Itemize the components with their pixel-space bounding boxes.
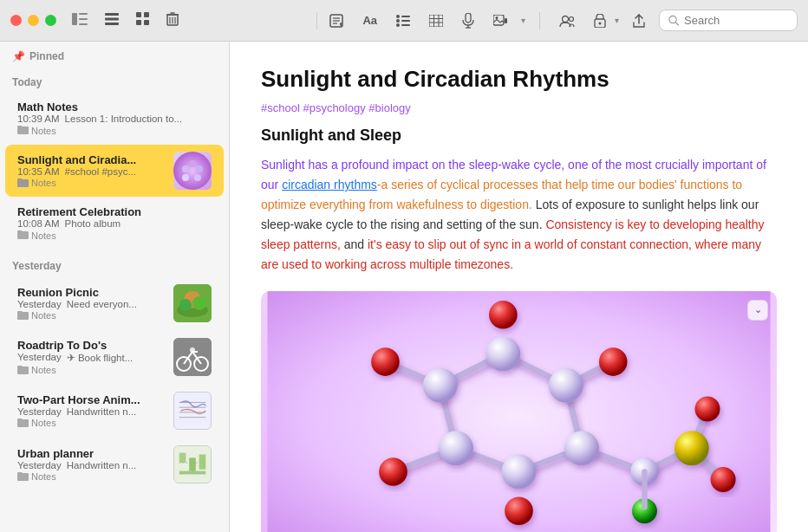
svg-rect-10 (144, 20, 149, 25)
svg-rect-32 (466, 13, 471, 23)
svg-point-49 (182, 165, 189, 172)
note-item-urban-planner[interactable]: Urban planner Yesterday Handwritten n...… (5, 438, 224, 490)
trash-icon[interactable] (163, 9, 182, 33)
note-section-title: Sunlight and Sleep (261, 127, 777, 145)
sidebar: 📌 Pinned Today Math Notes 10:39 AM Lesso… (0, 42, 230, 532)
svg-point-21 (396, 15, 400, 18)
svg-point-100 (695, 396, 720, 421)
svg-point-91 (439, 431, 473, 465)
collaboration-button[interactable] (554, 11, 580, 30)
maximize-button[interactable] (45, 15, 56, 26)
folder-icon (17, 230, 29, 241)
note-content: Urban planner Yesterday Handwritten n...… (17, 447, 166, 483)
note-item-sunlight[interactable]: Sunlight and Ciradia... 10:35 AM #school… (5, 145, 224, 197)
note-content: Two-Part Horse Anim... Yesterday Handwri… (17, 393, 166, 429)
note-item-math-notes[interactable]: Math Notes 10:39 AM Lesson 1: Introducti… (5, 94, 224, 143)
note-thumbnail-handwritten1 (173, 392, 212, 430)
svg-rect-37 (505, 18, 507, 23)
window-controls (10, 15, 56, 26)
image-collapse-button[interactable]: ⌄ (747, 300, 768, 321)
svg-rect-0 (72, 13, 77, 25)
note-content: Sunlight and Ciradia... 10:35 AM #school… (17, 153, 166, 189)
text-normal-2: and (341, 237, 368, 251)
svg-rect-55 (173, 338, 212, 376)
svg-point-95 (505, 496, 533, 525)
lock-button[interactable] (589, 10, 611, 31)
svg-point-99 (711, 467, 736, 492)
svg-point-97 (371, 347, 400, 376)
svg-point-44 (173, 152, 212, 190)
svg-point-89 (564, 431, 599, 465)
svg-point-48 (182, 174, 189, 181)
svg-rect-68 (179, 471, 206, 475)
grid-view-icon[interactable] (133, 9, 153, 32)
note-content: Reunion Picnic Yesterday Need everyon...… (17, 286, 166, 321)
search-box[interactable] (659, 10, 798, 31)
svg-point-45 (189, 160, 196, 167)
audio-button[interactable] (457, 10, 479, 32)
note-item-retirement[interactable]: Retirement Celebration 10:08 AM Photo al… (5, 198, 224, 248)
svg-rect-66 (189, 457, 196, 470)
sidebar-toggle-icon[interactable] (68, 10, 91, 32)
svg-rect-3 (79, 23, 88, 25)
svg-point-92 (489, 300, 518, 328)
svg-rect-8 (144, 12, 149, 17)
svg-rect-27 (429, 15, 443, 27)
minimize-button[interactable] (28, 15, 39, 26)
note-title: Sunlight and Circadian Rhythms (261, 66, 777, 93)
note-content: Retirement Celebration 10:08 AM Photo al… (17, 205, 212, 241)
svg-point-25 (396, 23, 400, 27)
share-button[interactable] (628, 10, 650, 31)
svg-rect-4 (105, 13, 119, 16)
svg-point-96 (379, 457, 407, 486)
titlebar: Aa (0, 0, 808, 42)
molecule-svg (261, 291, 777, 532)
pinned-section: 📌 Pinned (0, 42, 229, 66)
media-button[interactable] (488, 11, 512, 30)
note-thumbnail-bike (173, 338, 212, 376)
folder-icon (17, 178, 29, 189)
note-item-reunion-picnic[interactable]: Reunion Picnic Yesterday Need everyon...… (5, 277, 224, 329)
svg-point-36 (496, 16, 498, 19)
svg-point-58 (190, 347, 195, 353)
note-thumbnail-picnic (173, 284, 212, 322)
svg-point-87 (485, 336, 520, 371)
note-item-horse-anim[interactable]: Two-Part Horse Anim... Yesterday Handwri… (5, 385, 224, 437)
svg-point-39 (570, 16, 574, 21)
folder-icon (17, 365, 29, 376)
svg-point-93 (599, 347, 628, 376)
compose-button[interactable] (324, 10, 349, 31)
font-button[interactable]: Aa (357, 10, 382, 30)
text-link-circadian[interactable]: circadian rhythms (282, 178, 377, 191)
svg-point-38 (563, 16, 569, 22)
svg-point-54 (192, 296, 206, 310)
table-button[interactable] (424, 11, 448, 30)
checklist-button[interactable] (391, 11, 415, 30)
note-thumbnail-handwritten2 (173, 445, 212, 483)
svg-point-46 (196, 165, 203, 172)
close-button[interactable] (10, 15, 22, 26)
search-icon (668, 15, 679, 26)
note-content: Roadtrip To Do's Yesterday ✈ Book flight… (17, 339, 166, 376)
svg-rect-2 (79, 18, 88, 20)
search-input[interactable] (684, 14, 788, 27)
svg-rect-26 (401, 24, 410, 26)
note-item-roadtrip[interactable]: Roadtrip To Do's Yesterday ✈ Book flight… (5, 331, 224, 383)
yesterday-section-header: Yesterday (0, 250, 229, 276)
svg-rect-67 (199, 455, 206, 470)
list-view-icon[interactable] (101, 10, 122, 32)
svg-point-88 (549, 367, 583, 402)
toolbar-left (68, 9, 182, 33)
svg-rect-24 (401, 20, 410, 22)
svg-point-53 (179, 299, 192, 311)
today-section-header: Today (0, 66, 229, 92)
folder-icon (17, 310, 29, 321)
folder-icon (17, 418, 29, 429)
pin-icon: 📌 (12, 50, 25, 62)
svg-rect-1 (79, 13, 88, 15)
note-content: Math Notes 10:39 AM Lesson 1: Introducti… (17, 101, 212, 136)
folder-icon (17, 471, 29, 483)
pinned-label: 📌 Pinned (12, 50, 217, 62)
svg-line-43 (675, 23, 678, 25)
folder-icon (17, 125, 29, 136)
